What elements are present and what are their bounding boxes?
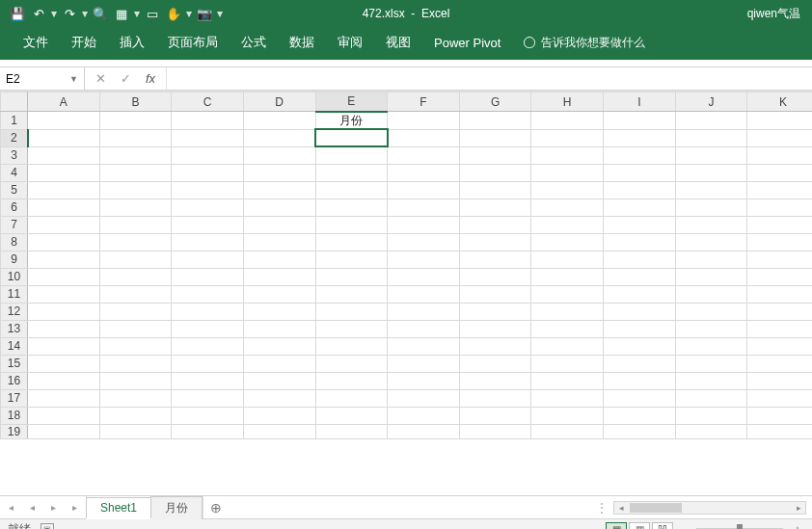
cell[interactable] <box>388 424 460 438</box>
zoom-in-button[interactable]: + <box>791 523 804 530</box>
column-header[interactable]: B <box>99 93 172 112</box>
cell[interactable] <box>99 198 172 216</box>
cell[interactable] <box>531 389 604 407</box>
cell[interactable] <box>675 164 747 181</box>
cancel-formula-icon[interactable]: ✕ <box>93 71 108 87</box>
cell[interactable] <box>99 389 172 407</box>
cell[interactable] <box>531 372 604 389</box>
cell[interactable] <box>243 216 315 233</box>
cell[interactable] <box>172 112 244 130</box>
sheet-nav-first-icon[interactable]: ◂ <box>9 502 14 513</box>
cell[interactable] <box>315 303 388 320</box>
cell[interactable] <box>28 216 100 233</box>
cell[interactable] <box>315 407 388 424</box>
cell[interactable] <box>243 372 315 389</box>
macro-record-icon[interactable]: ▣ <box>41 523 54 530</box>
row-header[interactable]: 12 <box>1 303 28 320</box>
cell[interactable] <box>388 268 460 285</box>
cell[interactable] <box>243 164 315 181</box>
cell[interactable] <box>388 389 460 407</box>
view-normal-button[interactable]: ▦ <box>606 522 627 530</box>
cell[interactable] <box>747 129 812 146</box>
cell[interactable] <box>604 320 676 337</box>
cell[interactable] <box>459 355 531 372</box>
cell[interactable] <box>243 303 315 320</box>
cell[interactable] <box>675 112 747 130</box>
qat-overflow-icon[interactable]: ▾ <box>216 7 224 20</box>
cell[interactable] <box>243 407 315 424</box>
cell[interactable] <box>243 112 315 130</box>
row-header[interactable]: 13 <box>1 320 28 337</box>
cell[interactable] <box>459 372 531 389</box>
cell[interactable] <box>99 320 172 337</box>
row-header[interactable]: 16 <box>1 372 28 389</box>
cell[interactable] <box>243 424 315 438</box>
cell[interactable] <box>28 198 100 216</box>
cell[interactable] <box>243 285 315 303</box>
row-header[interactable]: 9 <box>1 251 28 268</box>
cell[interactable] <box>747 372 812 389</box>
tab-home[interactable]: 开始 <box>62 28 106 57</box>
cell[interactable] <box>675 303 747 320</box>
tab-page-layout[interactable]: 页面布局 <box>158 28 228 57</box>
cell[interactable] <box>531 285 604 303</box>
column-header[interactable]: G <box>459 93 531 112</box>
add-sheet-button[interactable]: ⊕ <box>203 496 228 518</box>
cell[interactable] <box>459 303 531 320</box>
cell[interactable] <box>172 337 244 355</box>
cell[interactable] <box>315 268 388 285</box>
row-header[interactable]: 7 <box>1 216 28 233</box>
cell[interactable] <box>28 372 100 389</box>
cell[interactable] <box>388 320 460 337</box>
tab-powerpivot[interactable]: Power Pivot <box>424 30 510 56</box>
cell[interactable] <box>747 216 812 233</box>
cell[interactable] <box>531 424 604 438</box>
cell[interactable] <box>99 268 172 285</box>
row-header[interactable]: 17 <box>1 389 28 407</box>
cell[interactable] <box>604 355 676 372</box>
cell[interactable] <box>99 372 172 389</box>
camera-icon[interactable]: 📷 <box>195 4 214 23</box>
cell[interactable] <box>747 285 812 303</box>
cell[interactable] <box>747 198 812 216</box>
tab-file[interactable]: 文件 <box>14 28 58 57</box>
cell[interactable] <box>675 216 747 233</box>
cell[interactable] <box>99 146 172 164</box>
cell[interactable] <box>99 251 172 268</box>
cell[interactable] <box>388 233 460 251</box>
cell[interactable] <box>675 337 747 355</box>
cell[interactable] <box>172 320 244 337</box>
format-icon[interactable]: ▦ <box>112 4 131 23</box>
cell[interactable] <box>531 164 604 181</box>
cell[interactable] <box>388 181 460 198</box>
cell[interactable] <box>243 355 315 372</box>
zoom-out-button[interactable]: − <box>675 523 689 530</box>
cell[interactable] <box>28 424 100 438</box>
cell[interactable] <box>675 181 747 198</box>
undo-icon[interactable]: ↶ <box>29 4 48 23</box>
cell[interactable] <box>388 407 460 424</box>
sheet-nav-last-icon[interactable]: ▸ <box>72 502 77 513</box>
cell[interactable] <box>172 233 244 251</box>
cell[interactable] <box>28 389 100 407</box>
cell[interactable] <box>99 424 172 438</box>
cell[interactable] <box>604 233 676 251</box>
cell[interactable] <box>315 146 388 164</box>
cell[interactable] <box>388 372 460 389</box>
cell[interactable] <box>459 424 531 438</box>
row-header[interactable]: 14 <box>1 337 28 355</box>
cell[interactable] <box>99 181 172 198</box>
row-header[interactable]: 8 <box>1 233 28 251</box>
cell[interactable] <box>388 216 460 233</box>
cell[interactable] <box>315 424 388 438</box>
cell[interactable] <box>172 303 244 320</box>
cell[interactable] <box>531 268 604 285</box>
cell[interactable] <box>388 337 460 355</box>
tab-review[interactable]: 审阅 <box>328 28 372 57</box>
name-box-input[interactable] <box>6 72 64 86</box>
cell[interactable] <box>604 112 676 130</box>
row-header[interactable]: 11 <box>1 285 28 303</box>
cell[interactable] <box>604 129 676 146</box>
cell[interactable] <box>604 389 676 407</box>
cell[interactable] <box>28 407 100 424</box>
